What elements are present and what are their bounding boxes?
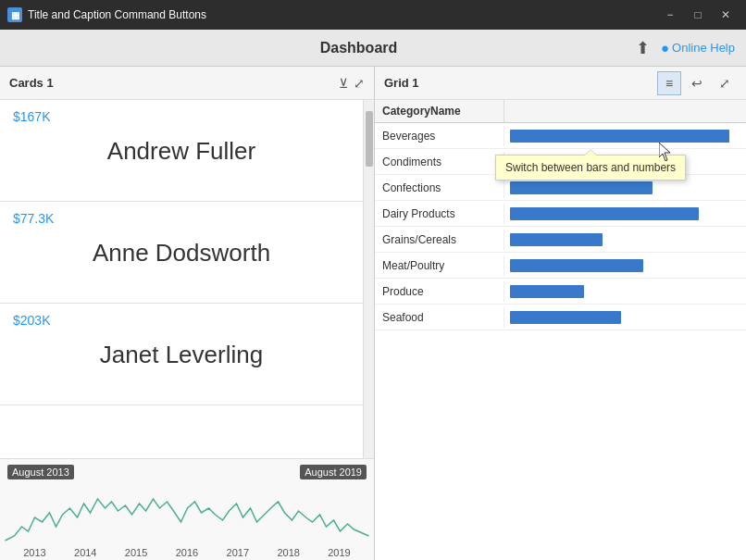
title-bar-text: Title and Caption Command Buttons: [28, 8, 652, 21]
cards-header-icons: ⊻ ⤢: [339, 76, 365, 91]
row-category: Confections: [375, 178, 504, 198]
undo-icon: ↩: [691, 76, 702, 91]
title-bar: ▦ Title and Caption Command Buttons − □ …: [0, 0, 746, 30]
card-item: $167K Andrew Fuller: [0, 100, 363, 202]
table-row: Dairy Products: [375, 201, 746, 227]
table-row: Seafood: [375, 305, 746, 330]
x-label: 2015: [125, 547, 147, 558]
upload-icon: ⬆: [636, 38, 650, 58]
grid-expand-button[interactable]: ⤢: [713, 71, 737, 95]
dashboard-title: Dashboard: [85, 40, 632, 56]
cards-panel-title: Cards 1: [9, 76, 54, 90]
table-row: Grains/Cereals: [375, 227, 746, 253]
row-bar-cell: [504, 230, 746, 250]
bar: [510, 181, 653, 194]
card-amount: $203K: [13, 313, 350, 328]
filter-button[interactable]: ⊻: [339, 76, 348, 91]
grid-header-icons: ≡ ↩ ⤢: [657, 71, 737, 95]
grid-panel: Grid 1 ≡ ↩ ⤢ CategoryName: [375, 67, 746, 560]
card-name: Janet Leverling: [13, 331, 350, 379]
row-bar-cell: [504, 152, 746, 172]
scroll-track: [363, 100, 374, 458]
table-row: Condiments: [375, 149, 746, 175]
filter-icon: ⊻: [339, 76, 348, 91]
cards-panel-header: Cards 1 ⊻ ⤢: [0, 67, 374, 100]
grid-column-header: CategoryName: [375, 100, 746, 123]
card-item: $77.3K Anne Dodsworth: [0, 202, 363, 304]
row-category: Meat/Poultry: [375, 255, 504, 276]
restore-button[interactable]: □: [685, 2, 711, 28]
help-icon: ●: [661, 40, 669, 56]
close-button[interactable]: ✕: [713, 2, 739, 28]
bottom-chart: August 2013 August 2019 2013 2014 2015 2…: [0, 458, 374, 560]
online-help-link[interactable]: ● Online Help: [661, 40, 735, 56]
grid-expand-icon: ⤢: [719, 76, 730, 91]
x-label: 2016: [176, 547, 198, 558]
table-row: Produce: [375, 279, 746, 305]
undo-button[interactable]: ↩: [685, 71, 709, 95]
card-name: Anne Dodsworth: [13, 230, 350, 277]
row-category: Dairy Products: [375, 204, 504, 224]
bar: [510, 259, 643, 272]
chart-x-labels: 2013 2014 2015 2016 2017 2018 2019: [0, 547, 374, 558]
row-category: Seafood: [375, 307, 504, 328]
cards-panel: Cards 1 ⊻ ⤢ $167K Andrew Fuller $77.3: [0, 67, 375, 560]
table-row: Confections: [375, 175, 746, 201]
main-content: Cards 1 ⊻ ⤢ $167K Andrew Fuller $77.3: [0, 67, 746, 560]
app-icon: ▦: [7, 7, 22, 22]
grid-panel-title: Grid 1: [384, 76, 419, 90]
card-item: $203K Janet Leverling: [0, 304, 363, 405]
card-amount: $167K: [13, 109, 350, 124]
table-row: Beverages: [375, 123, 746, 149]
table-row: Meat/Poultry: [375, 253, 746, 279]
row-bar-cell: [504, 255, 746, 276]
bar-column-header: [504, 100, 746, 122]
row-bar-cell: [504, 307, 746, 328]
bar: [510, 156, 637, 168]
grid-panel-header: Grid 1 ≡ ↩ ⤢: [375, 67, 746, 100]
scroll-thumb[interactable]: [366, 111, 373, 167]
bars-icon: ≡: [665, 76, 673, 91]
row-category: Condiments: [375, 152, 504, 172]
row-bar-cell: [504, 126, 746, 146]
minimize-button[interactable]: −: [657, 2, 683, 28]
bar: [510, 311, 621, 324]
card-name: Andrew Fuller: [13, 128, 350, 175]
bars-toggle-button[interactable]: ≡: [657, 71, 681, 95]
x-label: 2017: [227, 547, 249, 558]
bar: [510, 233, 603, 246]
bar: [510, 130, 729, 143]
row-bar-cell: [504, 204, 746, 224]
cards-scroll[interactable]: $167K Andrew Fuller $77.3K Anne Dodswort…: [0, 100, 363, 458]
app-toolbar: Dashboard ⬆ ● Online Help: [0, 30, 746, 67]
x-label: 2019: [328, 547, 350, 558]
title-bar-controls: − □ ✕: [657, 2, 739, 28]
card-amount: $77.3K: [13, 211, 350, 226]
toolbar-right: ⬆ ● Online Help: [632, 34, 735, 62]
row-category: Produce: [375, 281, 504, 302]
cards-expand-button[interactable]: ⤢: [354, 76, 365, 91]
cards-expand-icon: ⤢: [354, 76, 365, 91]
bar: [510, 285, 584, 298]
grid-panel-wrapper: Grid 1 ≡ ↩ ⤢ CategoryName: [375, 67, 746, 560]
x-label: 2013: [23, 547, 45, 558]
grid-table[interactable]: CategoryName Beverages Condiments: [375, 100, 746, 560]
row-category: Beverages: [375, 126, 504, 146]
row-category: Grains/Cereals: [375, 230, 504, 250]
bar: [510, 207, 699, 220]
upload-button[interactable]: ⬆: [632, 34, 653, 62]
category-name-header: CategoryName: [375, 100, 504, 122]
row-bar-cell: [504, 178, 746, 198]
x-label: 2018: [277, 547, 299, 558]
row-bar-cell: [504, 281, 746, 302]
x-label: 2014: [74, 547, 96, 558]
